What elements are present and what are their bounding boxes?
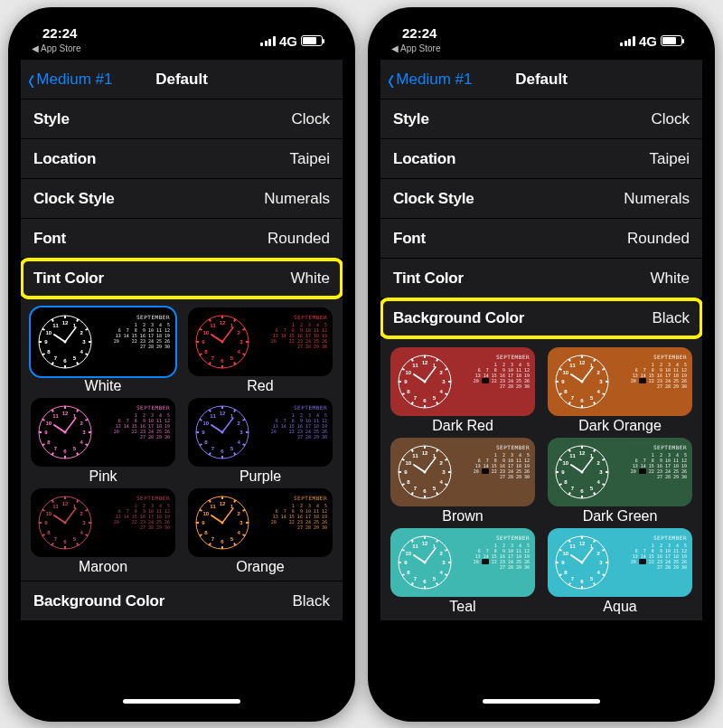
svg-text:3: 3	[599, 469, 603, 475]
row-clock-style[interactable]: Clock Style Numerals	[21, 179, 343, 219]
row-background-color[interactable]: Background Color Black	[21, 581, 343, 621]
svg-line-58	[77, 410, 79, 412]
option-label: Dark Red	[388, 418, 538, 434]
svg-line-123	[42, 510, 45, 512]
svg-text:8: 8	[47, 530, 51, 535]
svg-text:12: 12	[62, 320, 69, 326]
color-option[interactable]: 121234567891011 SEPTEMBER 1 2 3 4 5 6 7 …	[185, 307, 335, 394]
svg-line-151	[200, 510, 202, 512]
svg-text:12: 12	[422, 541, 428, 546]
calendar-preview: SEPTEMBER 1 2 3 4 5 6 7 8 9 10 11 12 13 …	[96, 398, 175, 467]
nav-back-label: Medium #1	[396, 71, 472, 89]
svg-text:5: 5	[230, 446, 234, 451]
row-style[interactable]: Style Clock	[21, 99, 343, 139]
row-location[interactable]: Location Taipei	[21, 139, 343, 179]
phone-left: 22:24 4G ◀ App Store ‹ Medium #1 Default…	[8, 7, 355, 722]
row-tint-color[interactable]: Tint Color White	[21, 259, 343, 298]
svg-line-25	[54, 335, 65, 342]
svg-line-179	[402, 369, 405, 371]
color-option[interactable]: 121234567891011 SEPTEMBER 1 2 3 4 5 6 7 …	[545, 347, 695, 434]
svg-text:3: 3	[239, 339, 243, 345]
color-option[interactable]: 121234567891011 SEPTEMBER 1 2 3 4 5 6 7 …	[28, 488, 178, 575]
svg-text:5: 5	[230, 536, 234, 542]
svg-line-227	[446, 459, 448, 461]
signal-icon	[620, 36, 635, 46]
color-option[interactable]: 121234567891011 SEPTEMBER 1 2 3 4 5 6 7 …	[28, 398, 178, 485]
color-option[interactable]: 121234567891011 SEPTEMBER 1 2 3 4 5 6 7 …	[388, 347, 538, 434]
row-tint-color[interactable]: Tint Color White	[380, 259, 702, 298]
svg-text:11: 11	[52, 323, 59, 328]
svg-text:11: 11	[569, 544, 576, 549]
svg-line-109	[211, 425, 222, 432]
svg-line-124	[52, 500, 54, 503]
svg-line-53	[211, 335, 222, 342]
svg-line-320	[569, 540, 571, 543]
svg-text:8: 8	[407, 570, 410, 575]
svg-line-292	[412, 540, 414, 543]
svg-text:5: 5	[433, 486, 437, 491]
svg-text:6: 6	[63, 358, 67, 364]
svg-line-201	[603, 393, 606, 395]
home-indicator[interactable]	[483, 699, 600, 704]
svg-text:8: 8	[407, 479, 410, 485]
calendar-preview: SEPTEMBER 1 2 3 4 5 6 7 8 9 10 11 12 13 …	[455, 528, 535, 597]
svg-text:9: 9	[202, 520, 205, 525]
color-option[interactable]: 121234567891011 SEPTEMBER 1 2 3 4 5 6 7 …	[185, 488, 335, 575]
row-style[interactable]: Style Clock	[380, 99, 702, 139]
svg-line-260	[569, 493, 571, 496]
color-option[interactable]: 121234567891011 SEPTEMBER 1 2 3 4 5 6 7 …	[545, 438, 695, 525]
svg-text:2: 2	[440, 551, 444, 556]
home-indicator[interactable]	[123, 699, 240, 704]
svg-line-64	[52, 453, 54, 456]
svg-text:10: 10	[202, 511, 209, 516]
nav-back-button[interactable]: ‹ Medium #1	[28, 70, 112, 90]
svg-text:7: 7	[211, 536, 215, 542]
option-label: Orange	[185, 559, 335, 575]
svg-line-249	[414, 465, 425, 472]
svg-text:5: 5	[590, 395, 594, 401]
svg-text:2: 2	[80, 330, 84, 336]
svg-text:11: 11	[210, 323, 216, 328]
color-option[interactable]: 121234567891011 SEPTEMBER 1 2 3 4 5 6 7 …	[388, 438, 538, 525]
row-font[interactable]: Font Rounded	[380, 219, 702, 259]
back-to-app[interactable]: ◀ App Store	[391, 43, 440, 53]
svg-line-30	[234, 319, 236, 322]
svg-text:4: 4	[597, 479, 601, 485]
svg-line-202	[594, 402, 596, 405]
svg-point-55	[221, 341, 224, 344]
svg-text:9: 9	[404, 560, 408, 565]
svg-text:6: 6	[580, 398, 584, 403]
svg-line-314	[594, 583, 596, 586]
color-option[interactable]: 121234567891011 SEPTEMBER 1 2 3 4 5 6 7 …	[388, 528, 538, 615]
option-label: Pink	[28, 468, 178, 485]
svg-line-171	[446, 369, 448, 371]
svg-text:4: 4	[238, 440, 241, 445]
color-option[interactable]: 121234567891011 SEPTEMBER 1 2 3 4 5 6 7 …	[28, 307, 178, 394]
option-label: Red	[185, 378, 335, 394]
row-clock-style[interactable]: Clock Style Numerals	[380, 179, 702, 219]
svg-text:3: 3	[82, 430, 86, 435]
svg-line-142	[234, 500, 236, 503]
svg-text:10: 10	[45, 511, 52, 516]
back-to-app[interactable]: ◀ App Store	[32, 43, 80, 53]
svg-line-170	[437, 359, 438, 362]
svg-text:10: 10	[562, 551, 568, 556]
row-location[interactable]: Location Taipei	[380, 139, 702, 179]
color-option[interactable]: 121234567891011 SEPTEMBER 1 2 3 4 5 6 7 …	[545, 528, 695, 615]
nav-back-button[interactable]: ‹ Medium #1	[388, 70, 472, 90]
svg-text:5: 5	[433, 576, 437, 581]
network-label: 4G	[639, 33, 657, 49]
svg-line-310	[594, 540, 596, 543]
calendar-preview: SEPTEMBER 1 2 3 4 5 6 7 8 9 10 11 12 13 …	[253, 398, 333, 467]
calendar-preview: SEPTEMBER 1 2 3 4 5 6 7 8 9 10 11 12 13 …	[253, 307, 333, 376]
svg-text:11: 11	[412, 363, 418, 368]
svg-line-236	[412, 449, 414, 452]
row-background-color[interactable]: Background Color Black	[380, 298, 702, 338]
svg-text:3: 3	[599, 379, 603, 384]
svg-text:8: 8	[564, 479, 568, 485]
svg-line-208	[569, 359, 571, 362]
row-font[interactable]: Font Rounded	[21, 219, 343, 259]
svg-text:10: 10	[45, 421, 52, 426]
color-option[interactable]: 121234567891011 SEPTEMBER 1 2 3 4 5 6 7 …	[185, 398, 335, 485]
svg-line-138	[65, 508, 76, 523]
